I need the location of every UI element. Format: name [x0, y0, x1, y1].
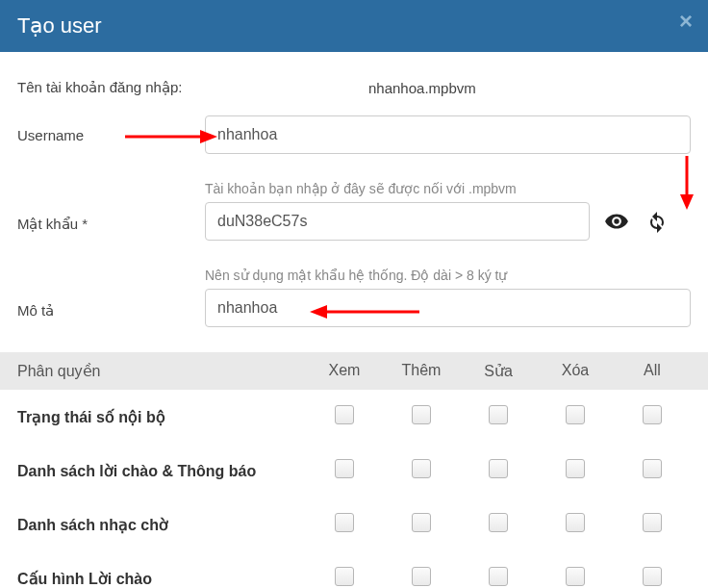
permission-row-cols — [306, 567, 691, 588]
permission-checkbox[interactable] — [412, 459, 431, 478]
modal-title: Tạo user — [17, 13, 102, 38]
permission-cell — [460, 567, 537, 588]
permission-cell — [614, 513, 691, 536]
permission-checkbox[interactable] — [566, 459, 585, 478]
description-label: Mô tả — [17, 302, 205, 327]
permission-checkbox[interactable] — [412, 513, 431, 532]
permission-cell — [537, 513, 614, 536]
close-icon[interactable]: × — [679, 10, 693, 33]
form-area: Tên tài khoản đăng nhập: nhanhoa.mpbvm U… — [0, 52, 708, 327]
row-account-name: Tên tài khoản đăng nhập: nhanhoa.mpbvm — [17, 79, 691, 96]
password-input[interactable] — [205, 202, 590, 241]
permission-checkbox[interactable] — [489, 405, 508, 424]
permission-cell — [614, 567, 691, 588]
permissions-body: Trạng thái số nội bộDanh sách lời chào &… — [0, 390, 708, 588]
permission-cell — [460, 513, 537, 536]
permission-checkbox[interactable] — [566, 567, 585, 586]
perm-col-header: Thêm — [383, 362, 460, 380]
row-password: Mật khẩu * Tài khoản bạn nhập ở đây sẽ đ… — [17, 181, 691, 241]
account-name-value: nhanhoa.mpbvm — [368, 80, 476, 96]
perm-col-header: All — [614, 362, 691, 380]
description-input[interactable] — [205, 289, 691, 327]
permission-cell — [537, 567, 614, 588]
row-description: Mô tả Nên sử dụng mật khẩu hệ thống. Độ … — [17, 268, 691, 327]
permissions-header-row: Phân quyền Xem Thêm Sửa Xóa All — [0, 352, 708, 390]
permission-row-label: Danh sách nhạc chờ — [17, 516, 306, 534]
permission-row-label: Danh sách lời chào & Thông báo — [17, 462, 306, 480]
permission-checkbox[interactable] — [489, 459, 508, 478]
permission-checkbox[interactable] — [566, 513, 585, 532]
permissions-section-label: Phân quyền — [17, 362, 306, 380]
permission-cell — [460, 405, 537, 428]
permission-cell — [614, 405, 691, 428]
permission-cell — [383, 513, 460, 536]
modal-header: Tạo user × — [0, 0, 708, 52]
permission-cell — [306, 567, 383, 588]
permission-cell — [460, 459, 537, 482]
permission-cell — [306, 459, 383, 482]
permission-cell — [306, 513, 383, 536]
permission-checkbox[interactable] — [643, 405, 662, 424]
permission-row-label: Trạng thái số nội bộ — [17, 408, 306, 426]
permission-checkbox[interactable] — [566, 405, 585, 424]
permission-checkbox[interactable] — [335, 405, 354, 424]
permission-cell — [614, 459, 691, 482]
username-input[interactable] — [205, 115, 691, 154]
password-helper-text: Nên sử dụng mật khẩu hệ thống. Độ dài > … — [205, 268, 691, 283]
permission-row: Cấu hình Lời chào — [0, 551, 708, 588]
permission-row: Danh sách lời chào & Thông báo — [0, 444, 708, 498]
permission-row: Danh sách nhạc chờ — [0, 498, 708, 551]
perm-col-header: Xóa — [537, 362, 614, 380]
permission-checkbox[interactable] — [643, 459, 662, 478]
permission-row-cols — [306, 459, 691, 482]
permission-checkbox[interactable] — [412, 405, 431, 424]
regenerate-password-icon[interactable] — [644, 208, 670, 235]
permission-cell — [537, 405, 614, 428]
perm-col-header: Xem — [306, 362, 383, 380]
permission-row-label: Cấu hình Lời chào — [17, 570, 306, 588]
row-username: Username — [17, 115, 691, 154]
permission-cell — [383, 459, 460, 482]
permission-cell — [306, 405, 383, 428]
password-label: Mật khẩu * — [17, 216, 205, 241]
username-helper-text: Tài khoản bạn nhập ở đây sẽ được nối với… — [205, 181, 691, 196]
show-password-icon[interactable] — [603, 208, 630, 235]
perm-col-header: Sửa — [460, 362, 537, 380]
permission-checkbox[interactable] — [335, 459, 354, 478]
username-label: Username — [17, 127, 205, 143]
permission-row-cols — [306, 513, 691, 536]
permission-checkbox[interactable] — [643, 513, 662, 532]
permission-checkbox[interactable] — [335, 567, 354, 586]
permission-checkbox[interactable] — [412, 567, 431, 586]
permission-cell — [537, 459, 614, 482]
permission-checkbox[interactable] — [335, 513, 354, 532]
permission-checkbox[interactable] — [489, 567, 508, 586]
permission-checkbox[interactable] — [489, 513, 508, 532]
permissions-columns: Xem Thêm Sửa Xóa All — [306, 362, 691, 380]
permission-row: Trạng thái số nội bộ — [0, 390, 708, 444]
permission-cell — [383, 567, 460, 588]
account-name-label: Tên tài khoản đăng nhập: — [17, 79, 205, 96]
permission-checkbox[interactable] — [643, 567, 662, 586]
permission-cell — [383, 405, 460, 428]
permission-row-cols — [306, 405, 691, 428]
